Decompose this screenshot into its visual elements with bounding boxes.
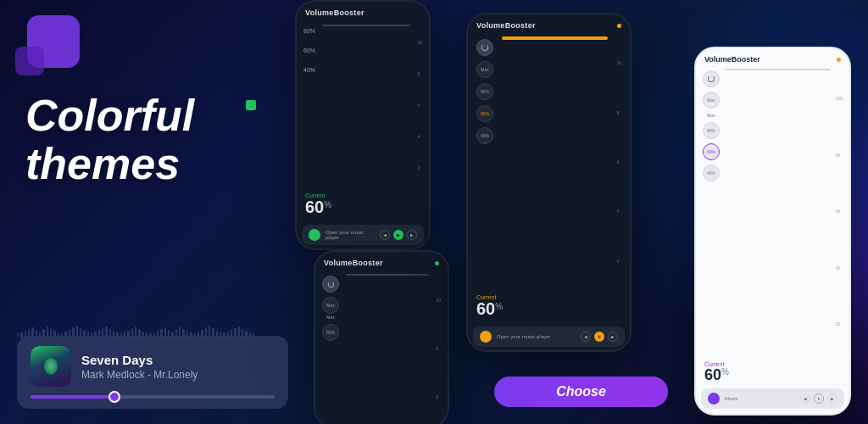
phone4-60-btn[interactable]: 60% <box>703 143 720 160</box>
phone4-controls: ◀ ⏸ ▶ <box>800 393 837 404</box>
phone3-music-text: Open your music player <box>497 334 576 339</box>
phone4-header: VolumeBooster <box>696 48 849 65</box>
song-artist: Mark Medlock - Mr.Lonely <box>81 369 275 381</box>
music-card[interactable]: Seven Days Mark Medlock - Mr.Lonely <box>17 336 288 409</box>
phone1-music-text: Open your music player <box>326 230 375 240</box>
phone4-btn-col: Max Max 80% 60% 40% <box>703 69 720 181</box>
phone3-prev-btn[interactable]: ◀ <box>581 332 591 342</box>
phone-orange: VolumeBooster Max 80% 60% 40% 10 8 6 <box>466 13 632 352</box>
phone3-max-btn[interactable]: Max <box>476 61 493 78</box>
phone4-next-btn[interactable]: ▶ <box>827 393 837 404</box>
phone4-title: VolumeBooster <box>704 55 760 64</box>
phone3-next-btn[interactable]: ▶ <box>608 332 618 342</box>
phone3-40-btn[interactable]: 40% <box>476 127 493 144</box>
music-info: Seven Days Mark Medlock - Mr.Lonely <box>81 353 275 381</box>
phone2-slider-thumb[interactable] <box>376 275 399 276</box>
phone4-prev-btn[interactable]: ◀ <box>800 393 810 404</box>
song-title: Seven Days <box>81 353 275 367</box>
phone1-ticks: 10 8 6 4 2 <box>417 25 422 185</box>
phone1-slider-thumb[interactable] <box>351 25 381 26</box>
phone2-power-btn[interactable] <box>322 276 339 293</box>
phone4-music-icon <box>708 393 720 404</box>
phone3-header: VolumeBooster <box>468 14 630 33</box>
heading-line1: Colorful <box>25 92 194 140</box>
phone2-title: VolumeBooster <box>324 259 383 267</box>
phone1-music-bar[interactable]: Open your music player ◀ ▶ ▶ <box>302 225 424 245</box>
phone3-music-icon <box>480 331 492 343</box>
phone4-music-text: Music <box>725 396 795 401</box>
phone1-music-icon <box>309 229 320 241</box>
phone3-slider-thumb[interactable] <box>538 38 572 40</box>
phone1-next-btn[interactable]: ▶ <box>407 230 417 240</box>
choose-button[interactable]: Choose <box>494 377 668 407</box>
phone-dark-minimal: VolumeBooster Max Max 80% 10 8 <box>314 250 449 424</box>
decorative-shape-green <box>246 100 256 110</box>
phone4-current-value: 60 <box>704 366 721 383</box>
phone4-ticks: 100 80 60 40 20 <box>836 69 843 354</box>
phone4-slider-thumb[interactable] <box>760 70 794 70</box>
heading-line2: themes <box>25 140 194 188</box>
phone3-play-btn[interactable]: ⏸ <box>594 332 604 342</box>
phone3-60-btn[interactable]: 60% <box>476 105 493 122</box>
phone2-max-btn[interactable]: Max <box>322 297 339 314</box>
phone3-80-btn[interactable]: 80% <box>476 83 493 100</box>
music-progress-fill <box>31 395 116 399</box>
phone4-40-btn[interactable]: 40% <box>703 165 720 181</box>
phone3-status-dot <box>617 24 621 28</box>
album-art-face <box>31 346 71 387</box>
phone1-current-value: 60 <box>305 198 324 216</box>
music-progress-bar[interactable] <box>31 395 275 399</box>
wave-bar <box>17 333 19 337</box>
phone4-current-label: Current <box>704 361 841 367</box>
phone4-music-bar[interactable]: Music ◀ ⏸ ▶ <box>701 388 844 409</box>
phone4-max-btn[interactable]: Max <box>703 92 720 109</box>
title-block: Colorful themes <box>25 92 194 188</box>
phone1-title: VolumeBooster <box>305 8 364 17</box>
phone2-status-dot <box>435 261 439 265</box>
phone-white-purple: VolumeBooster Max Max 80% 60% 40% <box>694 47 851 416</box>
phone1-controls: ◀ ▶ ▶ <box>380 230 417 240</box>
phone1-header: VolumeBooster <box>297 2 429 20</box>
album-art <box>31 346 71 387</box>
decorative-shape-purple-small <box>15 47 44 75</box>
phone4-play-btn[interactable]: ⏸ <box>814 393 824 404</box>
phone3-current-value: 60 <box>476 299 495 318</box>
phone1-slider-track[interactable] <box>322 25 410 26</box>
phone4-status-dot <box>837 58 841 62</box>
phone2-80-btn[interactable]: 80% <box>322 324 339 341</box>
phone3-power-btn[interactable] <box>476 39 493 56</box>
choose-button-label: Choose <box>556 384 606 399</box>
phone-dark-green: VolumeBooster 80% 60% 40% 10 8 6 4 2 Cur… <box>295 0 431 250</box>
phone1-percent-sign: % <box>324 200 331 209</box>
phone4-percent-sign: % <box>721 367 729 377</box>
phone1-prev-btn[interactable]: ◀ <box>380 230 390 240</box>
phone4-power-btn[interactable] <box>703 70 720 87</box>
phone1-labels: 80% 60% 40% <box>303 25 315 73</box>
phone4-80-btn[interactable]: 80% <box>703 122 720 139</box>
phone4-slider-track[interactable] <box>725 69 831 70</box>
phone1-play-btn[interactable]: ▶ <box>393 230 403 240</box>
phone3-current-label: Current <box>476 294 621 300</box>
phone2-header: VolumeBooster <box>315 252 448 271</box>
phone3-music-bar[interactable]: Open your music player ◀ ⏸ ▶ <box>473 326 625 347</box>
phone3-controls: ◀ ⏸ ▶ <box>581 332 618 342</box>
phone3-title: VolumeBooster <box>476 21 536 30</box>
phone3-percent-sign: % <box>495 302 503 311</box>
